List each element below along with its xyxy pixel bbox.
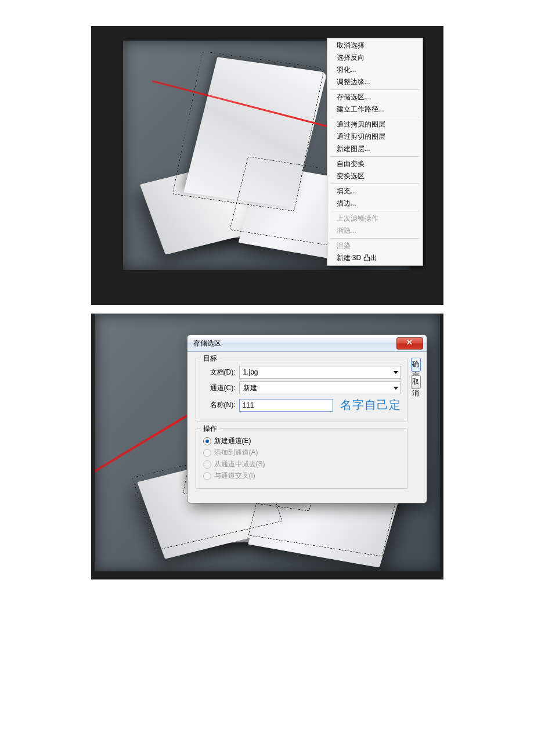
operation-group: 操作 新建通道(E)添加到通道(A)从通道中减去(S)与通道交叉(I) bbox=[196, 428, 407, 489]
target-group: 目标 文档(D): 1.jpg 通道(C): 新建 bbox=[196, 358, 407, 422]
radio-icon bbox=[203, 472, 211, 480]
group-legend: 操作 bbox=[201, 424, 219, 434]
operation-radio[interactable]: 新建通道(E) bbox=[202, 436, 401, 446]
menu-item[interactable]: 自由变换 bbox=[329, 158, 421, 170]
menu-separator bbox=[330, 238, 420, 239]
menu-item[interactable]: 存储选区... bbox=[329, 91, 421, 103]
screenshot-save-selection-dialog: www.bdocx.com 存储选区 ✕ 目标 文档(D): bbox=[91, 314, 443, 579]
menu-item[interactable]: 建立工作路径... bbox=[329, 103, 421, 116]
dialog-title: 存储选区 bbox=[193, 339, 221, 348]
name-hint: 名字自己定 bbox=[340, 397, 401, 413]
dialog-titlebar[interactable]: 存储选区 ✕ bbox=[187, 335, 427, 352]
doc-combo[interactable]: 1.jpg bbox=[239, 366, 401, 379]
operation-radio: 与通道交叉(I) bbox=[202, 471, 401, 481]
close-button[interactable]: ✕ bbox=[396, 337, 423, 350]
cancel-button-label: 取消 bbox=[412, 377, 419, 397]
operation-radio: 添加到通道(A) bbox=[202, 448, 401, 458]
menu-item[interactable]: 羽化... bbox=[329, 64, 421, 76]
operation-radio: 从通道中减去(S) bbox=[202, 459, 401, 469]
menu-separator bbox=[330, 211, 420, 211]
menu-item[interactable]: 通过拷贝的图层 bbox=[329, 118, 421, 131]
radio-label: 从通道中减去(S) bbox=[214, 459, 265, 469]
channel-label: 通道(C): bbox=[202, 383, 236, 393]
doc-label: 文档(D): bbox=[202, 368, 236, 377]
close-icon: ✕ bbox=[406, 338, 413, 347]
radio-label: 添加到通道(A) bbox=[214, 448, 258, 458]
channel-combo[interactable]: 新建 bbox=[239, 381, 401, 394]
menu-item: 上次滤镜操作 bbox=[329, 213, 421, 225]
radio-icon bbox=[203, 437, 211, 445]
channel-combo-value: 新建 bbox=[243, 383, 257, 393]
group-legend: 目标 bbox=[201, 354, 219, 363]
chevron-down-icon bbox=[394, 387, 398, 390]
menu-item[interactable]: 通过剪切的图层 bbox=[329, 131, 421, 143]
radio-label: 新建通道(E) bbox=[214, 436, 251, 446]
doc-combo-value: 1.jpg bbox=[243, 368, 258, 376]
menu-item: 渐隐... bbox=[329, 225, 421, 237]
radio-icon bbox=[203, 460, 211, 469]
menu-item[interactable]: 新建图层... bbox=[329, 143, 421, 155]
ok-button[interactable]: 确定 bbox=[411, 358, 421, 372]
menu-separator bbox=[330, 89, 420, 90]
name-input[interactable] bbox=[239, 399, 333, 412]
menu-item[interactable]: 描边... bbox=[329, 197, 421, 210]
radio-icon bbox=[203, 449, 211, 457]
menu-item[interactable]: 选择反向 bbox=[329, 52, 421, 64]
menu-item: 渲染 bbox=[329, 240, 421, 252]
context-menu: 取消选择选择反向羽化...调整边缘...存储选区...建立工作路径...通过拷贝… bbox=[327, 38, 423, 266]
menu-separator bbox=[330, 156, 420, 157]
chevron-down-icon bbox=[394, 371, 398, 374]
menu-item[interactable]: 取消选择 bbox=[329, 39, 421, 52]
radio-label: 与通道交叉(I) bbox=[214, 471, 255, 481]
save-selection-dialog: 存储选区 ✕ 目标 文档(D): 1.jpg bbox=[187, 334, 427, 503]
menu-separator bbox=[330, 117, 420, 117]
menu-item[interactable]: 变换选区 bbox=[329, 170, 421, 182]
menu-item[interactable]: 调整边缘... bbox=[329, 76, 421, 88]
cancel-button[interactable]: 取消 bbox=[411, 375, 421, 389]
menu-item[interactable]: 填充... bbox=[329, 185, 421, 197]
screenshot-context-menu: 取消选择选择反向羽化...调整边缘...存储选区...建立工作路径...通过拷贝… bbox=[91, 26, 443, 305]
menu-item[interactable]: 新建 3D 凸出 bbox=[329, 252, 421, 264]
menu-separator bbox=[330, 183, 420, 184]
name-label: 名称(N): bbox=[202, 400, 236, 410]
